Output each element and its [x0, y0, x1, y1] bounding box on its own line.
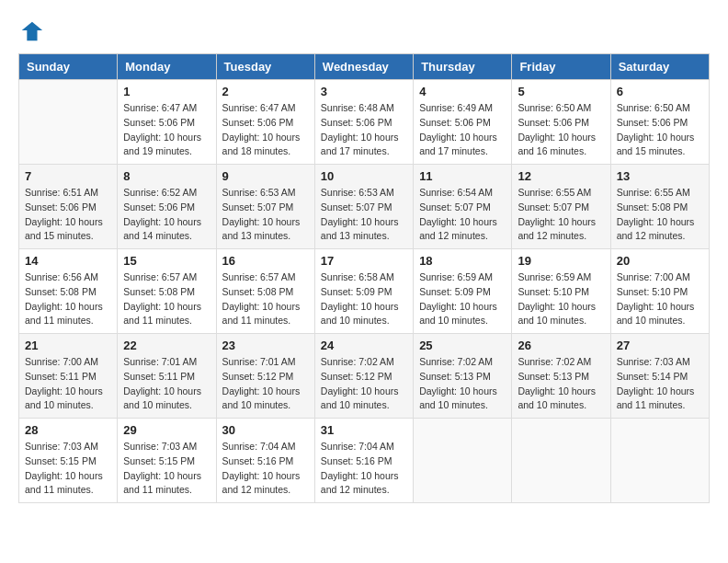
calendar-cell: 3Sunrise: 6:48 AMSunset: 5:06 PMDaylight…: [314, 80, 413, 165]
calendar-cell: 27Sunrise: 7:03 AMSunset: 5:14 PMDayligh…: [610, 334, 709, 419]
calendar-cell: [414, 419, 512, 503]
day-number: 4: [419, 85, 506, 98]
day-info: Sunrise: 6:52 AMSunset: 5:06 PMDaylight:…: [123, 186, 210, 244]
calendar-table: SundayMondayTuesdayWednesdayThursdayFrid…: [18, 53, 710, 503]
header-monday: Monday: [118, 54, 216, 80]
day-info: Sunrise: 6:47 AMSunset: 5:06 PMDaylight:…: [123, 101, 210, 159]
calendar-cell: 4Sunrise: 6:49 AMSunset: 5:06 PMDaylight…: [414, 80, 512, 165]
calendar-cell: 11Sunrise: 6:54 AMSunset: 5:07 PMDayligh…: [414, 165, 512, 249]
calendar-cell: 30Sunrise: 7:04 AMSunset: 5:16 PMDayligh…: [216, 419, 314, 503]
day-info: Sunrise: 6:48 AMSunset: 5:06 PMDaylight:…: [321, 101, 407, 159]
day-info: Sunrise: 7:04 AMSunset: 5:16 PMDaylight:…: [222, 440, 309, 498]
calendar-cell: 19Sunrise: 6:59 AMSunset: 5:10 PMDayligh…: [512, 249, 610, 334]
day-info: Sunrise: 7:03 AMSunset: 5:15 PMDaylight:…: [123, 440, 210, 498]
logo-icon: [18, 18, 44, 44]
calendar-cell: [512, 419, 610, 503]
day-info: Sunrise: 6:54 AMSunset: 5:07 PMDaylight:…: [419, 186, 506, 244]
day-number: 1: [123, 85, 210, 98]
day-info: Sunrise: 6:58 AMSunset: 5:09 PMDaylight:…: [321, 270, 407, 328]
calendar-cell: 26Sunrise: 7:02 AMSunset: 5:13 PMDayligh…: [512, 334, 610, 419]
calendar-cell: 15Sunrise: 6:57 AMSunset: 5:08 PMDayligh…: [118, 249, 216, 334]
day-info: Sunrise: 7:03 AMSunset: 5:14 PMDaylight:…: [617, 355, 703, 413]
calendar-header-row: SundayMondayTuesdayWednesdayThursdayFrid…: [19, 54, 710, 80]
day-number: 13: [617, 169, 703, 183]
day-info: Sunrise: 6:53 AMSunset: 5:07 PMDaylight:…: [222, 186, 309, 244]
calendar-cell: [610, 419, 709, 503]
day-info: Sunrise: 7:02 AMSunset: 5:13 PMDaylight:…: [419, 355, 506, 413]
day-info: Sunrise: 6:55 AMSunset: 5:08 PMDaylight:…: [617, 186, 703, 244]
day-info: Sunrise: 6:47 AMSunset: 5:06 PMDaylight:…: [222, 101, 309, 159]
day-number: 6: [617, 85, 703, 98]
page-header: [18, 18, 710, 44]
day-info: Sunrise: 6:57 AMSunset: 5:08 PMDaylight:…: [222, 270, 309, 328]
calendar-cell: 22Sunrise: 7:01 AMSunset: 5:11 PMDayligh…: [118, 334, 216, 419]
day-number: 7: [25, 169, 111, 183]
calendar-cell: 28Sunrise: 7:03 AMSunset: 5:15 PMDayligh…: [19, 419, 118, 503]
calendar-cell: 29Sunrise: 7:03 AMSunset: 5:15 PMDayligh…: [118, 419, 216, 503]
day-number: 25: [419, 339, 506, 352]
calendar-week-3: 21Sunrise: 7:00 AMSunset: 5:11 PMDayligh…: [19, 334, 710, 419]
logo: [18, 18, 48, 44]
calendar-cell: 8Sunrise: 6:52 AMSunset: 5:06 PMDaylight…: [118, 165, 216, 249]
day-info: Sunrise: 6:50 AMSunset: 5:06 PMDaylight:…: [518, 101, 604, 159]
day-number: 14: [25, 254, 111, 268]
header-thursday: Thursday: [414, 54, 512, 80]
calendar-cell: 9Sunrise: 6:53 AMSunset: 5:07 PMDaylight…: [216, 165, 314, 249]
calendar-cell: 24Sunrise: 7:02 AMSunset: 5:12 PMDayligh…: [314, 334, 413, 419]
header-friday: Friday: [512, 54, 610, 80]
day-info: Sunrise: 7:04 AMSunset: 5:16 PMDaylight:…: [321, 440, 407, 498]
day-number: 9: [222, 169, 309, 183]
day-number: 2: [222, 85, 309, 98]
day-number: 11: [419, 169, 506, 183]
day-info: Sunrise: 6:50 AMSunset: 5:06 PMDaylight:…: [617, 101, 703, 159]
day-info: Sunrise: 7:01 AMSunset: 5:11 PMDaylight:…: [123, 355, 210, 413]
day-number: 26: [518, 339, 604, 352]
calendar-cell: 17Sunrise: 6:58 AMSunset: 5:09 PMDayligh…: [314, 249, 413, 334]
day-number: 23: [222, 339, 309, 352]
day-number: 21: [25, 339, 111, 352]
day-number: 17: [321, 254, 407, 268]
calendar-cell: [19, 80, 118, 165]
day-info: Sunrise: 7:03 AMSunset: 5:15 PMDaylight:…: [25, 440, 111, 498]
day-info: Sunrise: 6:51 AMSunset: 5:06 PMDaylight:…: [25, 186, 111, 244]
day-info: Sunrise: 6:49 AMSunset: 5:06 PMDaylight:…: [419, 101, 506, 159]
day-number: 24: [321, 339, 407, 352]
calendar-cell: 10Sunrise: 6:53 AMSunset: 5:07 PMDayligh…: [314, 165, 413, 249]
calendar-cell: 14Sunrise: 6:56 AMSunset: 5:08 PMDayligh…: [19, 249, 118, 334]
calendar-cell: 18Sunrise: 6:59 AMSunset: 5:09 PMDayligh…: [414, 249, 512, 334]
day-number: 22: [123, 339, 210, 352]
day-info: Sunrise: 7:02 AMSunset: 5:12 PMDaylight:…: [321, 355, 407, 413]
day-info: Sunrise: 6:57 AMSunset: 5:08 PMDaylight:…: [123, 270, 210, 328]
day-number: 19: [518, 254, 604, 268]
calendar-cell: 7Sunrise: 6:51 AMSunset: 5:06 PMDaylight…: [19, 165, 118, 249]
day-number: 8: [123, 169, 210, 183]
calendar-cell: 20Sunrise: 7:00 AMSunset: 5:10 PMDayligh…: [610, 249, 709, 334]
day-number: 29: [123, 423, 210, 437]
day-number: 3: [321, 85, 407, 98]
day-number: 16: [222, 254, 309, 268]
day-number: 15: [123, 254, 210, 268]
calendar-cell: 23Sunrise: 7:01 AMSunset: 5:12 PMDayligh…: [216, 334, 314, 419]
calendar-week-0: 1Sunrise: 6:47 AMSunset: 5:06 PMDaylight…: [19, 80, 710, 165]
day-info: Sunrise: 6:56 AMSunset: 5:08 PMDaylight:…: [25, 270, 111, 328]
day-number: 30: [222, 423, 309, 437]
calendar-cell: 1Sunrise: 6:47 AMSunset: 5:06 PMDaylight…: [118, 80, 216, 165]
calendar-cell: 2Sunrise: 6:47 AMSunset: 5:06 PMDaylight…: [216, 80, 314, 165]
day-info: Sunrise: 6:59 AMSunset: 5:10 PMDaylight:…: [518, 270, 604, 328]
day-number: 10: [321, 169, 407, 183]
day-number: 18: [419, 254, 506, 268]
day-info: Sunrise: 7:01 AMSunset: 5:12 PMDaylight:…: [222, 355, 309, 413]
day-number: 31: [321, 423, 407, 437]
calendar-cell: 21Sunrise: 7:00 AMSunset: 5:11 PMDayligh…: [19, 334, 118, 419]
day-number: 20: [617, 254, 703, 268]
calendar-week-4: 28Sunrise: 7:03 AMSunset: 5:15 PMDayligh…: [19, 419, 710, 503]
day-info: Sunrise: 7:00 AMSunset: 5:11 PMDaylight:…: [25, 355, 111, 413]
calendar-week-2: 14Sunrise: 6:56 AMSunset: 5:08 PMDayligh…: [19, 249, 710, 334]
calendar-cell: 31Sunrise: 7:04 AMSunset: 5:16 PMDayligh…: [314, 419, 413, 503]
day-number: 12: [518, 169, 604, 183]
calendar-cell: 16Sunrise: 6:57 AMSunset: 5:08 PMDayligh…: [216, 249, 314, 334]
calendar-cell: 6Sunrise: 6:50 AMSunset: 5:06 PMDaylight…: [610, 80, 709, 165]
header-wednesday: Wednesday: [314, 54, 413, 80]
day-info: Sunrise: 6:59 AMSunset: 5:09 PMDaylight:…: [419, 270, 506, 328]
day-number: 5: [518, 85, 604, 98]
